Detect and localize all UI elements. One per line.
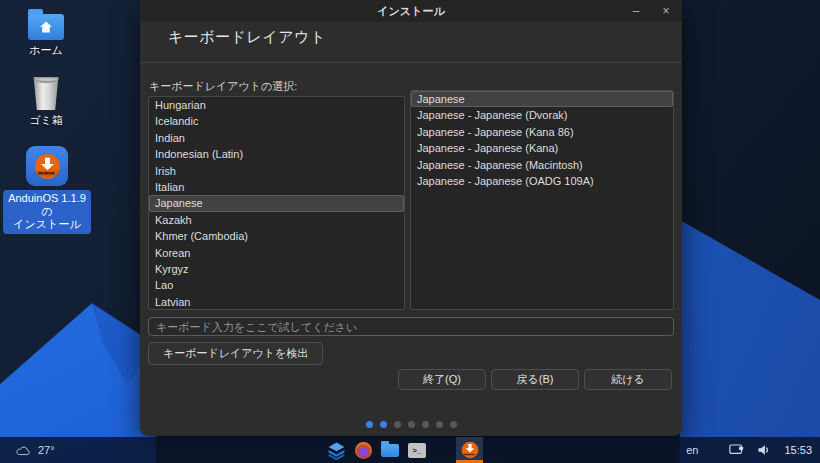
desktop-icon-label-line1: AnduinOS 1.1.9 の bbox=[8, 192, 86, 218]
desktop-icon-home[interactable]: ホーム bbox=[17, 8, 75, 57]
installer-window: インストール – × キーボードレイアウト キーボードレイアウトの選択: Hun… bbox=[140, 0, 682, 436]
progress-dot bbox=[366, 421, 373, 428]
window-titlebar: インストール bbox=[140, 0, 682, 22]
layout-option[interactable]: Japanese bbox=[149, 195, 404, 211]
detect-layout-button[interactable]: キーボードレイアウトを検出 bbox=[148, 342, 323, 365]
app-menu-button[interactable] bbox=[326, 440, 346, 460]
keyboard-test-input[interactable] bbox=[148, 317, 674, 336]
layout-option[interactable]: Korean bbox=[149, 245, 404, 261]
layout-option[interactable]: Latvian bbox=[149, 294, 404, 310]
desktop-icon-label-line2: インストール bbox=[8, 218, 86, 231]
file-manager-button[interactable] bbox=[380, 440, 400, 460]
house-glyph-icon bbox=[40, 21, 53, 33]
layout-option[interactable]: Icelandic bbox=[149, 113, 404, 129]
progress-dot bbox=[422, 421, 429, 428]
progress-dot bbox=[394, 421, 401, 428]
keyboard-layout-indicator[interactable]: en bbox=[686, 444, 698, 456]
variant-option[interactable]: Japanese - Japanese (Kana) bbox=[411, 140, 673, 156]
progress-dot bbox=[380, 421, 387, 428]
installer-label-highlight: AnduinOS 1.1.9 の インストール bbox=[3, 190, 91, 234]
layout-option[interactable]: Indian bbox=[149, 130, 404, 146]
continue-button[interactable]: 続ける bbox=[584, 369, 672, 390]
variant-option[interactable]: Japanese - Japanese (Macintosh) bbox=[411, 157, 673, 173]
firefox-icon bbox=[355, 442, 372, 459]
window-title: インストール bbox=[377, 4, 444, 19]
weather-temp: 27° bbox=[38, 444, 55, 456]
cloud-icon bbox=[16, 445, 31, 456]
trash-icon bbox=[33, 76, 60, 110]
desktop-icon-label: ゴミ箱 bbox=[29, 114, 63, 127]
installer-selected-highlight bbox=[26, 146, 68, 186]
minimize-button[interactable]: – bbox=[628, 0, 644, 22]
layout-option[interactable]: Irish bbox=[149, 163, 404, 179]
layout-option[interactable]: Italian bbox=[149, 179, 404, 195]
header-divider bbox=[140, 62, 682, 63]
keyboard-variant-list[interactable]: JapaneseJapanese - Japanese (Dvorak)Japa… bbox=[410, 90, 674, 310]
progress-dot bbox=[408, 421, 415, 428]
clock[interactable]: 15:53 bbox=[784, 444, 812, 456]
installer-taskbar-button[interactable] bbox=[456, 437, 483, 463]
installer-download-icon bbox=[34, 153, 61, 180]
desktop-icon-trash[interactable]: ゴミ箱 bbox=[17, 76, 75, 127]
app-menu-layers-icon bbox=[327, 441, 346, 460]
progress-dot bbox=[450, 421, 457, 428]
system-tray: en 15:53 bbox=[686, 444, 812, 456]
keyboard-layout-list[interactable]: HungarianIcelandicIndianIndonesian (Lati… bbox=[148, 96, 405, 310]
layout-option[interactable]: Indonesian (Latin) bbox=[149, 146, 404, 162]
close-button[interactable]: × bbox=[658, 0, 674, 22]
layout-option[interactable]: Hungarian bbox=[149, 97, 404, 113]
footer-buttons: 終了(Q) 戻る(B) 続ける bbox=[398, 369, 672, 390]
firefox-button[interactable] bbox=[353, 440, 373, 460]
back-button[interactable]: 戻る(B) bbox=[491, 369, 579, 390]
variant-option[interactable]: Japanese - Japanese (Kana 86) bbox=[411, 124, 673, 140]
progress-dots bbox=[140, 421, 682, 428]
layout-option[interactable]: Kyrgyz bbox=[149, 261, 404, 277]
variant-option[interactable]: Japanese bbox=[411, 91, 673, 107]
layout-select-label: キーボードレイアウトの選択: bbox=[149, 79, 297, 94]
installer-icon bbox=[461, 441, 479, 459]
file-manager-icon bbox=[381, 444, 399, 457]
weather-widget[interactable]: 27° bbox=[16, 444, 55, 456]
page-title: キーボードレイアウト bbox=[168, 28, 326, 47]
desktop-icon-label: ホーム bbox=[29, 44, 63, 57]
taskbar: 27° >_ en bbox=[0, 437, 820, 463]
display-icon[interactable] bbox=[729, 444, 744, 456]
quit-button[interactable]: 終了(Q) bbox=[398, 369, 486, 390]
variant-option[interactable]: Japanese - Japanese (OADG 109A) bbox=[411, 173, 673, 189]
desktop-icon-installer[interactable]: AnduinOS 1.1.9 の インストール bbox=[3, 146, 91, 234]
layout-option[interactable]: Kazakh bbox=[149, 212, 404, 228]
speaker-icon[interactable] bbox=[757, 444, 771, 456]
terminal-icon: >_ bbox=[408, 443, 426, 458]
layout-option[interactable]: Khmer (Cambodia) bbox=[149, 228, 404, 244]
home-folder-icon bbox=[28, 14, 64, 40]
window-controls: – × bbox=[628, 0, 674, 22]
terminal-button[interactable]: >_ bbox=[407, 440, 427, 460]
layout-option[interactable]: Lao bbox=[149, 277, 404, 293]
variant-option[interactable]: Japanese - Japanese (Dvorak) bbox=[411, 107, 673, 123]
progress-dot bbox=[436, 421, 443, 428]
taskbar-app-icons: >_ bbox=[326, 437, 483, 463]
